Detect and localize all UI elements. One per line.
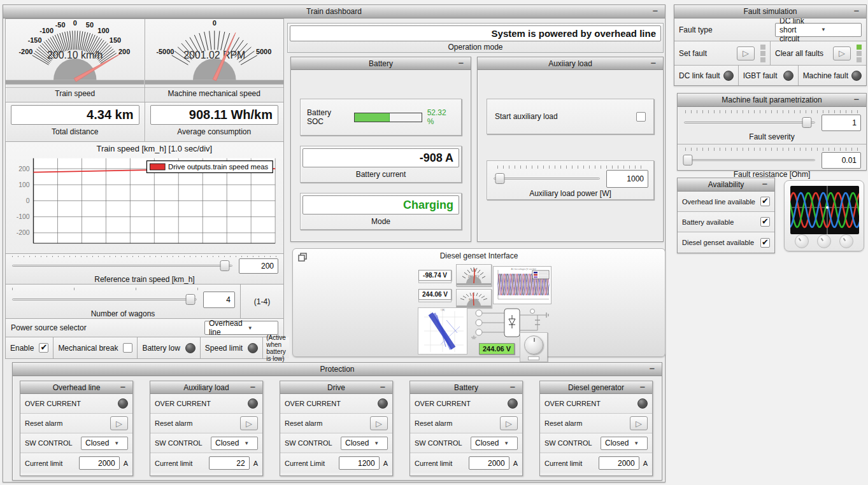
minimize-icon[interactable] — [118, 382, 128, 392]
diesel-available-label: Diesel genset available — [682, 239, 760, 246]
aux-power-value[interactable] — [606, 170, 648, 188]
svg-text:100: 100 — [18, 181, 30, 188]
fault-resistance-ticks — [685, 148, 858, 151]
reset-alarm-button[interactable] — [370, 416, 388, 430]
reset-alarm-button[interactable] — [240, 416, 258, 430]
sw-control-select[interactable]: Closed — [211, 437, 258, 450]
reset-alarm-label: Reset alarm — [285, 419, 366, 427]
current-limit-input[interactable] — [469, 456, 509, 470]
panel-title: Auxiliary load — [150, 383, 262, 392]
battery-panel: Battery Battery SOC 52.32 % -908 A Batte… — [290, 57, 471, 242]
sw-control-select[interactable]: Closed — [471, 437, 518, 450]
current-limit-input[interactable] — [209, 456, 250, 470]
total-distance-caption: Total distance — [6, 126, 145, 138]
minimize-icon[interactable] — [637, 382, 648, 392]
sw-control-label: SW CONTROL — [25, 439, 77, 447]
scope-widget — [784, 180, 864, 251]
machine-fault-window: Machine fault parametrization Fault seve… — [677, 93, 867, 171]
battery-available-checkbox[interactable] — [760, 217, 770, 227]
chevron-down-icon — [504, 440, 513, 446]
reference-speed-slider[interactable] — [11, 260, 234, 272]
unit-label: A — [643, 460, 648, 467]
panel-title: Overhead line — [20, 383, 132, 392]
enable-checkbox[interactable] — [39, 343, 48, 353]
protection-window: Protection Overhead line OVER CURRENT Re… — [12, 362, 662, 481]
reference-speed-value[interactable] — [239, 258, 278, 274]
power-source-select[interactable]: Overhead line — [204, 321, 278, 335]
aux-power-slider[interactable] — [492, 173, 601, 185]
mech-break-checkbox[interactable] — [123, 343, 132, 353]
battery-current-display: -908 A — [302, 148, 459, 167]
minimize-icon[interactable] — [851, 6, 862, 16]
battery-low-cell: Battery low — [137, 337, 199, 358]
current-limit-input[interactable] — [339, 456, 380, 470]
clear-faults-button[interactable] — [833, 46, 851, 60]
scope-knob-3[interactable] — [839, 234, 853, 248]
svg-text:200: 200 — [118, 48, 130, 55]
aux-power-slider-handle[interactable] — [495, 173, 504, 184]
chevron-down-icon — [248, 325, 274, 331]
sw-control-select[interactable]: Closed — [601, 437, 648, 450]
aux-start-checkbox[interactable] — [636, 112, 646, 122]
protection-titlebar: Protection — [13, 363, 662, 376]
fault-resistance-value[interactable] — [822, 152, 861, 169]
scope-knob-2[interactable] — [817, 234, 831, 248]
panel-title: Battery — [410, 383, 522, 392]
minimize-icon[interactable] — [248, 382, 258, 392]
diesel-mini-gauge-1: 244.06 V — [456, 264, 492, 286]
set-fault-button[interactable] — [737, 46, 755, 60]
speed-limit-lamp — [248, 343, 258, 353]
sw-control-select[interactable]: Closed — [341, 437, 388, 450]
over-current-label: OVER CURRENT — [285, 400, 374, 407]
train-speed-gauge-caption: Train speed — [6, 87, 145, 100]
minimize-icon[interactable] — [647, 363, 657, 374]
sw-control-select[interactable]: Closed — [81, 437, 128, 450]
current-limit-label: Current limit — [415, 460, 465, 467]
diesel-phase-plot-thumbnail: I [A] — [418, 307, 467, 355]
wagons-slider-handle[interactable] — [186, 294, 196, 305]
wagons-slider[interactable] — [11, 294, 198, 306]
unit-label: A — [383, 460, 388, 467]
protection-panel-drive: Drive OVER CURRENT Reset alarm SW CONTRO… — [280, 381, 393, 476]
total-distance-display: 4.34 km — [11, 105, 139, 125]
reference-speed-slider-handle[interactable] — [220, 260, 230, 271]
machine-fault-lamp — [851, 71, 862, 81]
fault-severity-slider[interactable] — [683, 117, 816, 129]
svg-text:-100: -100 — [17, 213, 30, 220]
minimize-icon[interactable] — [508, 382, 518, 392]
scope-knob-1[interactable] — [795, 234, 809, 248]
current-limit-input[interactable] — [79, 456, 120, 470]
speed-limit-label: Speed limit — [205, 344, 243, 353]
battery-soc-value: 52.32 % — [427, 108, 455, 126]
minimize-icon[interactable] — [378, 382, 388, 392]
minimize-icon[interactable] — [648, 58, 658, 68]
fault-type-select[interactable]: DC link short circuit — [775, 23, 862, 37]
chevron-down-icon — [114, 440, 124, 446]
fault-resistance-slider[interactable] — [683, 155, 816, 166]
igbt-fault-label: IGBT fault — [743, 71, 780, 80]
speed-limit-cell: Speed limit — [200, 337, 262, 358]
reset-alarm-button[interactable] — [630, 416, 648, 430]
fault-resistance-slider-handle[interactable] — [683, 155, 693, 165]
battery-mode-group: Charging Mode — [300, 193, 462, 230]
minimize-icon[interactable] — [456, 58, 466, 68]
wagons-value[interactable] — [203, 292, 235, 308]
svg-text:-200: -200 — [18, 48, 32, 55]
reset-alarm-button[interactable] — [500, 416, 518, 430]
minimize-icon[interactable] — [650, 6, 660, 16]
current-limit-input[interactable] — [599, 456, 639, 470]
minimize-icon[interactable] — [760, 179, 770, 189]
minimize-icon[interactable] — [851, 94, 862, 104]
reset-alarm-button[interactable] — [110, 416, 128, 430]
fault-severity-slider-handle[interactable] — [802, 117, 812, 128]
diesel-available-checkbox[interactable] — [760, 238, 770, 248]
overhead-available-checkbox[interactable] — [760, 197, 770, 206]
diesel-knob[interactable] — [520, 332, 548, 362]
svg-text:50: 50 — [86, 21, 94, 29]
svg-text:150: 150 — [110, 36, 121, 44]
fault-severity-value[interactable] — [822, 115, 861, 131]
machine-speed-gauge-caption: Machine mechanical speed — [145, 87, 284, 100]
svg-text:5000: 5000 — [255, 48, 271, 55]
protection-panel-overhead-line: Overhead line OVER CURRENT Reset alarm S… — [20, 381, 133, 476]
availability-titlebar: Availability — [678, 178, 774, 192]
